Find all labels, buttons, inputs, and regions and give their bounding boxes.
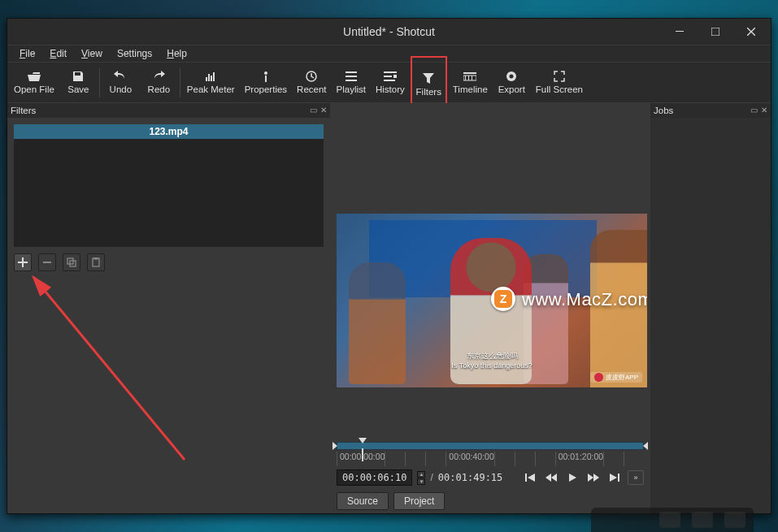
paste-filter-button[interactable] (87, 253, 105, 271)
ruler-tick (494, 452, 515, 466)
panel-close-icon[interactable]: ✕ (320, 106, 327, 115)
peak-meter-label: Peak Meter (187, 84, 235, 94)
clip-name-bar[interactable]: 123.mp4 (14, 124, 324, 139)
history-label: History (376, 84, 405, 94)
redo-button[interactable]: Redo (141, 65, 176, 101)
close-button[interactable] (733, 19, 769, 44)
time-ruler[interactable]: 00:00:00:00 00:00:40:00 00:01:20:00 (337, 452, 644, 466)
app-window: Untitled* - Shotcut File Edit View Setti… (7, 18, 771, 514)
remove-filter-button[interactable] (38, 253, 56, 271)
spinner-down-icon[interactable]: ▼ (417, 478, 425, 485)
properties-icon (259, 71, 273, 82)
fast-forward-button[interactable] (585, 470, 602, 485)
filters-icon (421, 73, 436, 84)
playlist-button[interactable]: Playlist (333, 65, 369, 101)
timecode-spinner[interactable]: ▲ ▼ (417, 471, 425, 485)
play-button[interactable] (564, 470, 580, 485)
dock-icon[interactable] (692, 512, 713, 528)
video-subtitle: 东京这么危险吗 Is Tokyo this dangerous? (451, 351, 532, 370)
ruler-tick: 00:01:20:00 (555, 452, 603, 466)
fullscreen-icon (552, 71, 567, 82)
ruler-tick (624, 452, 644, 466)
os-dock (591, 508, 754, 532)
ruler-tick (385, 452, 405, 466)
open-file-label: Open File (14, 84, 54, 94)
svg-rect-0 (676, 31, 684, 32)
filter-list[interactable] (14, 139, 324, 247)
svg-rect-6 (211, 76, 212, 81)
panel-float-icon[interactable]: ▭ (750, 106, 758, 115)
filters-label: Filters (416, 87, 441, 97)
clip-name-label: 123.mp4 (149, 126, 188, 137)
timeline-button[interactable]: Timeline (450, 65, 491, 101)
svg-rect-4 (206, 77, 207, 81)
timeline-label: Timeline (453, 84, 488, 94)
svg-rect-9 (265, 76, 267, 82)
scrub-bar[interactable] (337, 442, 644, 450)
undo-label: Undo (110, 84, 133, 94)
peak-meter-icon (203, 71, 218, 82)
dock-icon[interactable] (659, 512, 680, 528)
redo-label: Redo (148, 84, 171, 94)
window-controls (662, 19, 769, 44)
transport-overflow-button[interactable]: » (628, 470, 644, 485)
fullscreen-label: Full Screen (536, 84, 583, 94)
menu-file[interactable]: File (12, 46, 42, 61)
properties-button[interactable]: Properties (241, 65, 290, 101)
current-timecode[interactable]: 00:00:06:10 (337, 469, 412, 486)
jobs-panel: Jobs ▭ ✕ (650, 103, 771, 513)
menu-help[interactable]: Help (159, 46, 194, 61)
export-label: Export (498, 84, 525, 94)
svg-rect-12 (346, 76, 357, 77)
svg-rect-15 (384, 76, 392, 77)
duration-timecode: 00:01:49:15 (438, 472, 502, 483)
rewind-button[interactable] (543, 470, 559, 485)
save-icon (71, 71, 85, 82)
menu-view[interactable]: View (74, 46, 110, 61)
filter-icon-bar (14, 253, 324, 271)
filters-panel: Filters ▭ ✕ 123.mp4 (7, 103, 330, 513)
maximize-button[interactable] (698, 19, 733, 44)
svg-rect-18 (463, 72, 476, 74)
toolbar: Open File Save Undo Redo Peak Mete (7, 63, 771, 103)
svg-line-32 (33, 277, 185, 460)
jobs-panel-header: Jobs ▭ ✕ (650, 103, 771, 118)
preview-stage[interactable]: Z www.MacZ.com 东京这么危险吗 Is Tokyo this dan… (330, 103, 650, 440)
ruler-tick (515, 452, 535, 466)
fullscreen-button[interactable]: Full Screen (532, 65, 586, 101)
peak-meter-button[interactable]: Peak Meter (184, 65, 238, 101)
history-button[interactable]: History (372, 65, 408, 101)
timeline-icon (463, 71, 477, 82)
playlist-label: Playlist (337, 84, 366, 94)
svg-rect-20 (465, 76, 466, 80)
export-button[interactable]: Export (494, 65, 529, 101)
save-button[interactable]: Save (61, 65, 96, 101)
panel-close-icon[interactable]: ✕ (761, 106, 767, 115)
tab-source[interactable]: Source (337, 492, 389, 510)
recent-button[interactable]: Recent (293, 65, 329, 101)
copy-filter-button[interactable] (63, 253, 80, 271)
add-filter-button[interactable] (14, 253, 32, 271)
tab-project[interactable]: Project (393, 492, 445, 510)
minimize-button[interactable] (662, 19, 698, 44)
spinner-up-icon[interactable]: ▲ (417, 471, 425, 478)
filters-panel-header: Filters ▭ ✕ (7, 103, 330, 118)
menu-settings[interactable]: Settings (110, 46, 159, 61)
video-frame: Z www.MacZ.com 东京这么危险吗 Is Tokyo this dan… (337, 214, 647, 387)
filters-button[interactable]: Filters (411, 57, 446, 107)
playhead-icon[interactable] (359, 438, 367, 443)
corner-badge-label: 皮皮虾APP (606, 373, 638, 382)
jobs-panel-title: Jobs (654, 106, 673, 115)
open-file-button[interactable]: Open File (11, 65, 58, 101)
skip-next-button[interactable] (606, 470, 623, 485)
undo-button[interactable]: Undo (103, 65, 138, 101)
panel-float-icon[interactable]: ▭ (310, 106, 317, 115)
menu-edit[interactable]: Edit (42, 46, 74, 61)
svg-rect-13 (346, 80, 357, 81)
dock-icon[interactable] (724, 512, 745, 528)
skip-prev-button[interactable] (522, 470, 538, 485)
export-icon (504, 71, 519, 82)
main-area: Filters ▭ ✕ 123.mp4 (7, 103, 771, 513)
ruler-tick (535, 452, 555, 466)
toolbar-divider (180, 68, 180, 97)
